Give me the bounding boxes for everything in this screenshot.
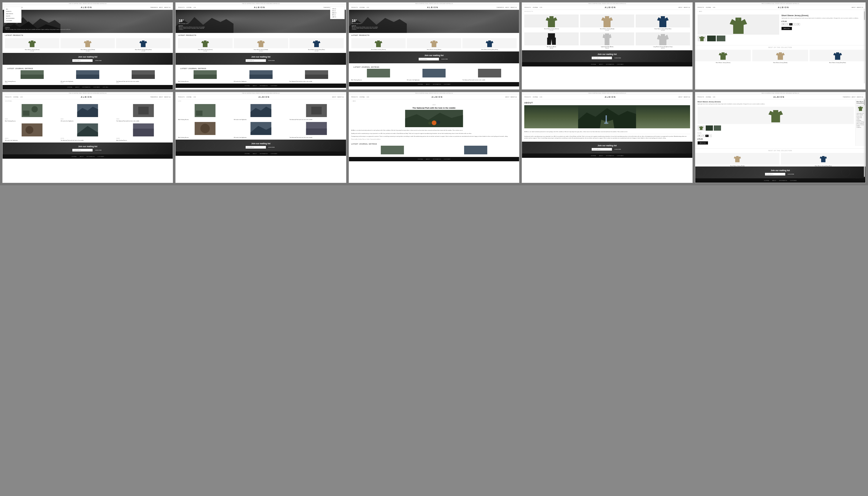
scroll-thumb-5[interactable] xyxy=(864,11,865,20)
dropdown-item-jerseys[interactable]: JERSEYS xyxy=(6,10,19,12)
weather-item-4[interactable]: BRI 14 xyxy=(332,14,343,16)
mailing-btn-6[interactable]: SUBSCRIBE xyxy=(93,149,103,152)
footer-customer-2[interactable]: CUSTOMER xyxy=(271,85,277,87)
footer-9-1[interactable]: JOURNAL xyxy=(591,155,596,156)
size-s-10[interactable]: S xyxy=(702,135,705,137)
footer-8-4[interactable]: CUSTOMER xyxy=(444,158,450,160)
footer-info-1[interactable]: INFORMATION xyxy=(82,87,90,88)
journal-item-7-2[interactable]: Off road in the Highlands xyxy=(234,104,288,120)
weather-item-2[interactable]: EDI 12 xyxy=(332,10,343,12)
footer-3-3[interactable]: INFORMATION xyxy=(433,83,441,85)
footer-8-3[interactable]: INFORMATION xyxy=(433,158,441,160)
mailing-input-10[interactable] xyxy=(765,173,785,175)
footer-3-1[interactable]: JOURNAL xyxy=(418,83,423,85)
product-card-green[interactable]: Short Sleeve Jersey (Green) £75.00 xyxy=(524,14,578,31)
mailing-input-1[interactable] xyxy=(72,59,93,62)
journal-item-3[interactable]: 3/3/19 The National Park with the hole i… xyxy=(116,104,170,122)
mailing-btn-1[interactable]: SUBSCRIBE xyxy=(93,59,103,62)
journal-item-7-3[interactable]: The National Park with the hole in the m… xyxy=(289,104,343,120)
nav-log-9[interactable]: LOG xyxy=(540,96,542,98)
footer-10-3[interactable]: INFORMATION xyxy=(779,180,787,181)
thumb-10-1[interactable] xyxy=(698,125,705,131)
nav-trainwreck-3[interactable]: TRAINWRECK xyxy=(496,7,504,8)
product-1-green[interactable]: Short Sleeve Jersey (Green) £75.00 xyxy=(5,38,59,52)
mailing-btn-4[interactable]: SUBSCRIBE xyxy=(613,57,622,59)
journal-item-6[interactable]: 6/18/19 Bike Packing Bourns xyxy=(116,123,170,141)
nav-about-3[interactable]: ABOUT xyxy=(506,7,510,8)
size-xs[interactable]: XS xyxy=(781,23,785,26)
nav-about-4[interactable]: ABOUT xyxy=(678,7,683,8)
footer-journal-1[interactable]: JOURNAL xyxy=(67,87,73,88)
product-3-green[interactable]: Short Sleeve Jersey (Green) xyxy=(351,38,406,50)
journal-item-5[interactable]: 5/17/19 The National Park with the hole … xyxy=(60,123,115,141)
nav-log-10[interactable]: LOG xyxy=(713,96,715,98)
blog-item-1[interactable]: Bike Packing Bourns 5/5/19 xyxy=(5,70,59,83)
product-3-blue[interactable]: Short Sleeve Jersey (Deep Blue) xyxy=(462,38,517,50)
dropdown-item-accessories[interactable]: ACCESSORIES xyxy=(6,17,19,19)
add-to-cart-10[interactable]: Add to Cart xyxy=(698,141,708,144)
footer-7-1[interactable]: JOURNAL xyxy=(244,153,250,154)
product-3-tan[interactable]: Short Sleeve Jersey (Khaki) xyxy=(407,38,461,50)
weather-dropdown-2[interactable]: LON 11 EDI 12 MAN 13 BRI 14 CAR 15 xyxy=(330,7,345,19)
nav-log-7[interactable]: LOG xyxy=(194,96,196,98)
product-card-gilet[interactable]: Lightweight Gilet (Black) £85.00 xyxy=(580,32,634,49)
nav-about-1[interactable]: ABOUT xyxy=(159,7,163,8)
footer-10-2[interactable]: ABOUT xyxy=(772,180,776,181)
blog-preview-8-1[interactable] xyxy=(351,146,433,155)
blog-item-3-3[interactable]: The National Park with the hole in the m… xyxy=(462,69,517,81)
journal-item-4[interactable]: 4/16/19 Off road in the Highlands xyxy=(5,123,59,141)
product-card-bib[interactable]: Bib Shorts (Black) £95.00 xyxy=(524,32,578,49)
nav-about-5[interactable]: ABOUT xyxy=(852,7,856,8)
product-2-blue[interactable]: Short Sleeve Jersey (Deep Blue) £75.00 xyxy=(289,38,344,52)
size-s[interactable]: S xyxy=(785,23,789,26)
footer-6-3[interactable]: INFORMATION xyxy=(87,156,95,157)
footer-3-2[interactable]: ABOUT xyxy=(426,83,430,85)
nav-log-8[interactable]: LOG xyxy=(366,96,369,98)
nav-basket-8[interactable]: BASKET (0) xyxy=(510,96,517,98)
dropdown-products-1[interactable]: ALL JERSEYS BIB SHORTS GILETS ACCESSORIE… xyxy=(4,7,21,23)
journal-item-2[interactable]: 4/4/19 Off road in the Highlands xyxy=(60,104,115,122)
nav-products-7[interactable]: PRODUCTS xyxy=(178,96,184,98)
product-2-tan[interactable]: Short Sleeve Jersey (Khaki) £75.00 xyxy=(234,38,288,52)
weather-item-5[interactable]: CAR 15 xyxy=(332,16,343,18)
nav-products-4[interactable]: PRODUCTS xyxy=(524,7,530,8)
nav-journal-7[interactable]: JOURNAL xyxy=(186,96,192,98)
related-tan[interactable]: Short Sleeve Jersey (Khaki) xyxy=(752,50,808,63)
mailing-btn-7[interactable]: SUBSCRIBE xyxy=(267,146,276,149)
footer-6-2[interactable]: ABOUT xyxy=(79,156,84,157)
nav-basket-7[interactable]: BASKET (0) xyxy=(338,96,344,98)
mailing-input-4[interactable] xyxy=(592,57,612,59)
footer-about-1[interactable]: ABOUT xyxy=(76,87,79,88)
nav-journal-2[interactable]: JOURNAL xyxy=(186,7,192,8)
nav-products-2[interactable]: PRODUCTS xyxy=(178,7,184,8)
nav-products-3[interactable]: PRODUCTS xyxy=(351,7,358,8)
journal-item-7-5[interactable]: Off road in the Highlands xyxy=(234,122,288,138)
nav-about-8[interactable]: ABOUT xyxy=(506,96,510,98)
size-l-10[interactable]: L xyxy=(709,135,712,137)
mailing-input-3[interactable] xyxy=(419,58,439,60)
footer-7-4[interactable]: CUSTOMER xyxy=(271,153,277,154)
nav-products-8[interactable]: PRODUCTS xyxy=(351,96,358,98)
footer-about-2[interactable]: ABOUT xyxy=(253,85,257,87)
weather-item-1[interactable]: LON 11 xyxy=(332,8,343,10)
nav-about-7[interactable]: ABOUT xyxy=(332,96,336,98)
nav-log-2[interactable]: LOG xyxy=(194,7,196,8)
size-xs-10[interactable]: XS xyxy=(698,135,701,137)
thumb-3[interactable] xyxy=(717,35,725,41)
blog-item-3-1[interactable]: Bike Packing Bourns xyxy=(351,69,406,81)
nav-journal-9[interactable]: JOURNAL xyxy=(533,96,538,98)
nav-basket-1[interactable]: BASKET (0) xyxy=(164,7,171,8)
nav-products-6[interactable]: PRODUCTS xyxy=(5,96,11,98)
mailing-btn-10[interactable]: SUBSCRIBE xyxy=(786,173,796,175)
nav-trainwreck-1[interactable]: TRAINWRECK xyxy=(150,7,158,8)
footer-9-2[interactable]: ABOUT xyxy=(599,155,603,156)
nav-trainwreck-6[interactable]: TRAINWRECK xyxy=(150,96,158,98)
dropdown-item-clothing[interactable]: CLOTHING xyxy=(6,19,19,22)
nav-about-10[interactable]: ABOUT xyxy=(852,96,856,98)
footer-4-4[interactable]: CUSTOMER xyxy=(617,64,624,65)
nav-basket-4[interactable]: BASKET (0) xyxy=(684,7,690,8)
dropdown-item-all[interactable]: ALL xyxy=(6,8,19,10)
footer-8-1[interactable]: JOURNAL xyxy=(418,158,423,160)
footer-4-2[interactable]: ABOUT xyxy=(599,64,603,65)
product-1-blue[interactable]: Short Sleeve Jersey (Deep Blue) £75.00 xyxy=(116,38,170,52)
